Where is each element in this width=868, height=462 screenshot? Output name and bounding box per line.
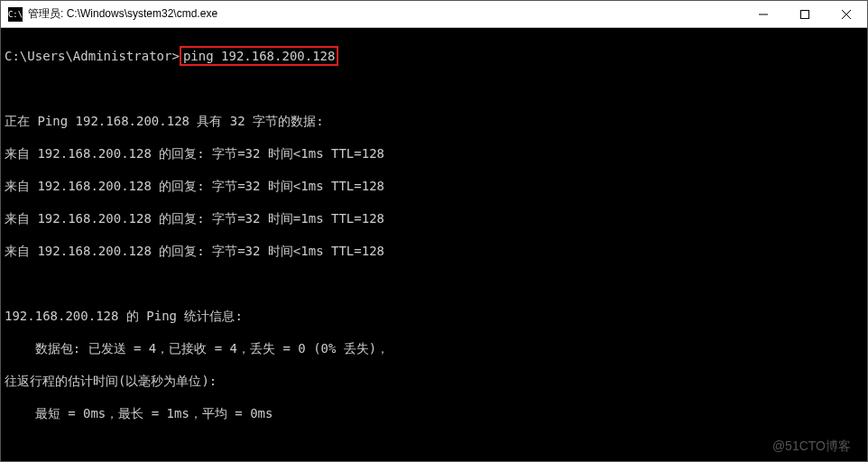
blank-line	[5, 80, 863, 97]
output-line: 来自 192.168.200.128 的回复: 字节=32 时间=1ms TTL…	[5, 210, 863, 226]
blank-line	[5, 438, 863, 454]
output-line: 往返行程的估计时间(以毫秒为单位):	[5, 373, 863, 389]
terminal-area[interactable]: C:\Users\Administrator>ping 192.168.200.…	[1, 28, 867, 461]
cmd-icon: C:\	[8, 7, 23, 22]
highlight-box: ping 192.168.200.128	[180, 46, 339, 66]
output-line: 来自 192.168.200.128 的回复: 字节=32 时间<1ms TTL…	[5, 243, 863, 259]
window-buttons	[743, 1, 867, 27]
prompt-line: C:\Users\Administrator>ping 192.168.200.…	[5, 48, 863, 64]
titlebar[interactable]: C:\ 管理员: C:\Windows\system32\cmd.exe	[1, 1, 867, 28]
output-line: 来自 192.168.200.128 的回复: 字节=32 时间<1ms TTL…	[5, 178, 863, 194]
minimize-button[interactable]	[743, 1, 784, 27]
output-line: 数据包: 已发送 = 4，已接收 = 4，丢失 = 0 (0% 丢失)，	[5, 340, 863, 356]
svg-rect-1	[801, 10, 809, 18]
close-button[interactable]	[826, 1, 867, 27]
maximize-button[interactable]	[784, 1, 826, 27]
output-line: 来自 192.168.200.128 的回复: 字节=32 时间<1ms TTL…	[5, 145, 863, 162]
output-line: 最短 = 0ms，最长 = 1ms，平均 = 0ms	[5, 405, 863, 421]
output-line: 192.168.200.128 的 Ping 统计信息:	[5, 308, 863, 324]
output-line: 正在 Ping 192.168.200.128 具有 32 字节的数据:	[5, 113, 863, 129]
blank-line	[5, 275, 863, 291]
cmd-window: C:\ 管理员: C:\Windows\system32\cmd.exe C:\…	[0, 0, 868, 462]
command-text: ping 192.168.200.128	[183, 49, 336, 63]
window-title: 管理员: C:\Windows\system32\cmd.exe	[28, 6, 743, 22]
watermark: @51CTO博客	[772, 438, 851, 454]
prompt: C:\Users\Administrator>	[5, 49, 180, 63]
